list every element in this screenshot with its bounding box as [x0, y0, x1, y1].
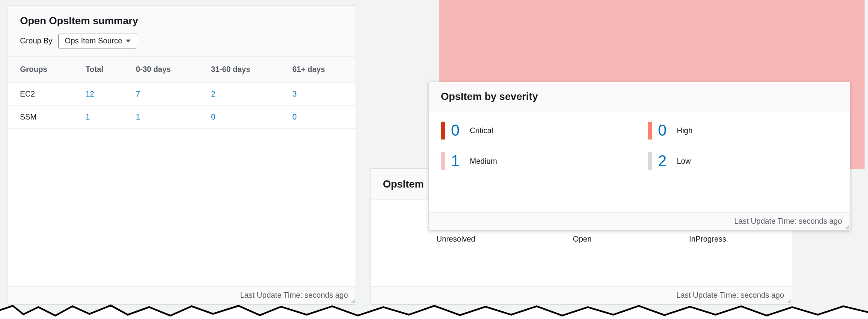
link-31-60[interactable]: 2 [211, 90, 215, 98]
cell-group: SSM [8, 106, 77, 129]
severity-grid: 0 Critical 0 High 1 Medium 2 Low [429, 111, 850, 174]
severity-label: Critical [470, 126, 493, 135]
last-update-text: Last Update Time: seconds ago [240, 291, 348, 299]
panel-footer: Last Update Time: seconds ago [429, 212, 850, 230]
col-61plus: 61+ days [284, 57, 356, 83]
panel-footer: Last Update Time: seconds ago [371, 286, 792, 304]
col-total: Total [77, 57, 127, 83]
table-row: EC2 12 7 2 3 [8, 83, 356, 106]
severity-item-low: 2 Low [648, 152, 838, 170]
table-header-row: Groups Total 0-30 days 31-60 days 61+ da… [8, 57, 356, 83]
resize-handle-icon[interactable] [844, 224, 849, 229]
group-by-selected: Ops Item Source [65, 37, 122, 46]
panel-title: OpsItem by severity [441, 91, 838, 103]
panel-header: OpsItem by severity [429, 82, 850, 111]
link-total[interactable]: 12 [86, 90, 94, 98]
severity-count[interactable]: 1 [451, 152, 464, 170]
link-31-60[interactable]: 0 [211, 113, 215, 121]
last-update-text: Last Update Time: seconds ago [734, 217, 842, 225]
status-label: Open [572, 235, 592, 244]
severity-label: Low [677, 157, 691, 166]
severity-bar-icon [648, 122, 652, 140]
panel-title: Open OpsItem summary [20, 15, 344, 27]
torn-edge-decoration [0, 304, 868, 319]
panel-header: Open OpsItem summary Group By Ops Item S… [8, 6, 356, 57]
link-61plus[interactable]: 3 [292, 90, 296, 98]
col-groups: Groups [8, 57, 77, 83]
col-0-30: 0-30 days [127, 57, 202, 83]
last-update-text: Last Update Time: seconds ago [676, 291, 784, 299]
severity-label: High [677, 126, 693, 135]
panel-footer: Last Update Time: seconds ago [8, 286, 356, 304]
col-31-60: 31-60 days [202, 57, 284, 83]
group-by-label: Group By [20, 37, 52, 46]
opsitem-severity-panel: OpsItem by severity 0 Critical 0 High 1 … [428, 82, 850, 231]
severity-bar-icon [648, 152, 652, 170]
severity-count[interactable]: 2 [658, 152, 671, 170]
severity-label: Medium [470, 157, 497, 166]
group-by-dropdown[interactable]: Ops Item Source [58, 34, 137, 48]
status-label: InProgress [689, 235, 726, 244]
link-total[interactable]: 1 [86, 113, 90, 121]
severity-item-medium: 1 Medium [441, 152, 631, 170]
severity-item-critical: 0 Critical [441, 122, 631, 140]
table-row: SSM 1 1 0 0 [8, 106, 356, 129]
severity-count[interactable]: 0 [451, 122, 464, 140]
status-label: Unresolved [437, 235, 475, 244]
caret-down-icon [126, 40, 131, 43]
severity-item-high: 0 High [648, 122, 838, 140]
summary-table: Groups Total 0-30 days 31-60 days 61+ da… [8, 57, 356, 129]
severity-bar-icon [441, 152, 445, 170]
severity-count[interactable]: 0 [658, 122, 671, 140]
resize-handle-icon[interactable] [350, 298, 355, 303]
severity-bar-icon [441, 122, 445, 140]
opsitem-summary-panel: Open OpsItem summary Group By Ops Item S… [8, 5, 356, 305]
link-0-30[interactable]: 1 [136, 113, 140, 121]
cell-group: EC2 [8, 83, 77, 106]
resize-handle-icon[interactable] [786, 298, 791, 303]
link-0-30[interactable]: 7 [136, 90, 140, 98]
link-61plus[interactable]: 0 [292, 113, 296, 121]
group-by-row: Group By Ops Item Source [20, 34, 344, 48]
